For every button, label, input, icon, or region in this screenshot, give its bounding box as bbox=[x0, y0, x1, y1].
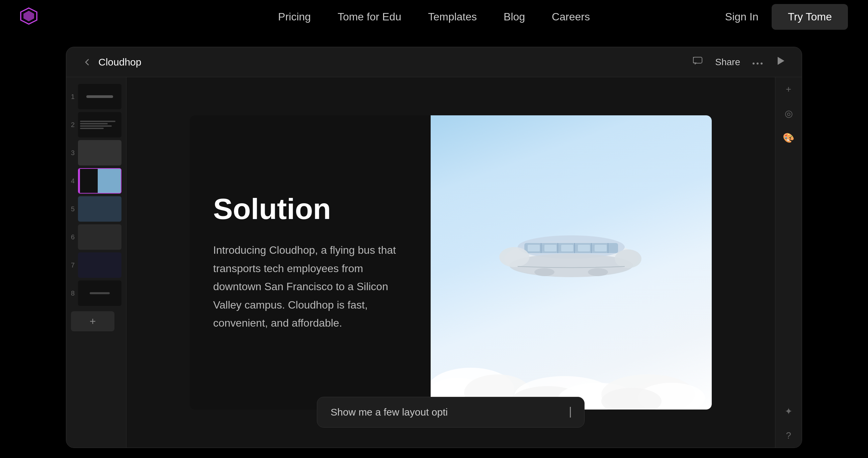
svg-rect-18 bbox=[528, 245, 540, 252]
svg-rect-19 bbox=[545, 245, 556, 252]
slide-number-8: 8 bbox=[71, 290, 74, 297]
slide-item-8[interactable]: 8 bbox=[66, 281, 126, 306]
svg-rect-2 bbox=[693, 57, 702, 63]
slide-number-1: 1 bbox=[71, 93, 74, 101]
ai-input-text: Show me a few layout opti bbox=[331, 406, 569, 418]
slide-thumb-8[interactable] bbox=[78, 281, 121, 306]
add-content-button[interactable]: + bbox=[786, 84, 791, 95]
nav-pricing[interactable]: Pricing bbox=[278, 11, 311, 23]
sparkle-button[interactable]: ✦ bbox=[785, 406, 793, 417]
app-window: Cloudhop Share bbox=[66, 47, 802, 448]
add-slide-button[interactable]: + bbox=[71, 311, 115, 331]
slide-number-4: 4 bbox=[71, 177, 74, 185]
nav-careers[interactable]: Careers bbox=[552, 11, 590, 23]
svg-marker-6 bbox=[778, 57, 784, 65]
slide-item-3[interactable]: 3 bbox=[66, 140, 126, 165]
svg-point-5 bbox=[761, 63, 763, 65]
svg-point-17 bbox=[615, 250, 642, 268]
try-tome-button[interactable]: Try Tome bbox=[772, 4, 848, 30]
logo[interactable] bbox=[20, 7, 37, 26]
slide-heading: Solution bbox=[213, 193, 407, 225]
comment-button[interactable] bbox=[692, 56, 703, 69]
slide-thumb-1[interactable] bbox=[78, 84, 121, 109]
content-area: 1 2 3 bbox=[66, 77, 802, 448]
slide-image-panel bbox=[431, 115, 712, 410]
flying-bus-illustration bbox=[491, 210, 651, 310]
top-bar-left: Cloudhop bbox=[82, 57, 141, 68]
nav-tome-for-edu[interactable]: Tome for Edu bbox=[338, 11, 401, 23]
slide-body-text: Introducing Cloudhop, a flying bus that … bbox=[213, 241, 407, 332]
svg-marker-1 bbox=[24, 11, 34, 22]
slide-item-6[interactable]: 6 bbox=[66, 224, 126, 250]
right-toolbar: + ◎ 🎨 ✦ ? bbox=[775, 77, 802, 448]
ai-input-cursor bbox=[570, 407, 571, 418]
svg-rect-22 bbox=[595, 245, 607, 252]
slides-sidebar: 1 2 3 bbox=[66, 77, 126, 448]
sign-in-button[interactable]: Sign In bbox=[725, 11, 758, 23]
palette-button[interactable]: 🎨 bbox=[783, 132, 795, 143]
top-bar-right: Share bbox=[692, 56, 786, 69]
help-button[interactable]: ? bbox=[786, 430, 792, 441]
back-button[interactable] bbox=[82, 58, 92, 67]
main-container: Cloudhop Share bbox=[0, 33, 868, 458]
target-button[interactable]: ◎ bbox=[785, 108, 793, 119]
nav-actions: Sign In Try Tome bbox=[725, 4, 848, 30]
slide-number-5: 5 bbox=[71, 205, 74, 213]
slide-current: Solution Introducing Cloudhop, a flying … bbox=[190, 115, 712, 410]
ai-input-bar[interactable]: Show me a few layout opti bbox=[317, 397, 585, 428]
slide-item-1[interactable]: 1 bbox=[66, 84, 126, 109]
svg-rect-21 bbox=[578, 245, 590, 252]
slide-thumb-6[interactable] bbox=[78, 224, 121, 250]
slide-thumb-2[interactable] bbox=[78, 112, 121, 137]
navbar: Pricing Tome for Edu Templates Blog Care… bbox=[0, 0, 868, 33]
svg-point-4 bbox=[756, 63, 758, 65]
more-options-button[interactable] bbox=[752, 57, 763, 68]
share-button[interactable]: Share bbox=[715, 57, 740, 68]
svg-point-3 bbox=[752, 63, 754, 65]
document-title: Cloudhop bbox=[98, 57, 141, 68]
slide-text-panel: Solution Introducing Cloudhop, a flying … bbox=[190, 115, 431, 410]
slide-number-6: 6 bbox=[71, 233, 74, 241]
slide-image-bg bbox=[431, 115, 712, 410]
slide-item-2[interactable]: 2 bbox=[66, 112, 126, 137]
svg-point-24 bbox=[588, 268, 608, 276]
slide-number-3: 3 bbox=[71, 149, 74, 157]
slide-canvas: Solution Introducing Cloudhop, a flying … bbox=[126, 77, 775, 448]
slide-item-7[interactable]: 7 bbox=[66, 252, 126, 278]
nav-blog[interactable]: Blog bbox=[504, 11, 525, 23]
slide-number-7: 7 bbox=[71, 261, 74, 269]
svg-rect-20 bbox=[561, 245, 573, 252]
svg-point-16 bbox=[499, 247, 529, 267]
slide-item-5[interactable]: 5 bbox=[66, 196, 126, 222]
slide-thumb-7[interactable] bbox=[78, 252, 121, 278]
top-bar: Cloudhop Share bbox=[66, 47, 802, 77]
svg-point-23 bbox=[534, 268, 555, 276]
nav-links: Pricing Tome for Edu Templates Blog Care… bbox=[278, 11, 590, 23]
slide-item-4[interactable]: 4 bbox=[66, 168, 126, 194]
nav-templates[interactable]: Templates bbox=[428, 11, 477, 23]
slide-thumb-3[interactable] bbox=[78, 140, 121, 165]
slide-thumb-4[interactable] bbox=[78, 168, 121, 194]
slide-number-2: 2 bbox=[71, 121, 74, 129]
play-button[interactable] bbox=[775, 56, 786, 69]
slide-thumb-5[interactable] bbox=[78, 196, 121, 222]
